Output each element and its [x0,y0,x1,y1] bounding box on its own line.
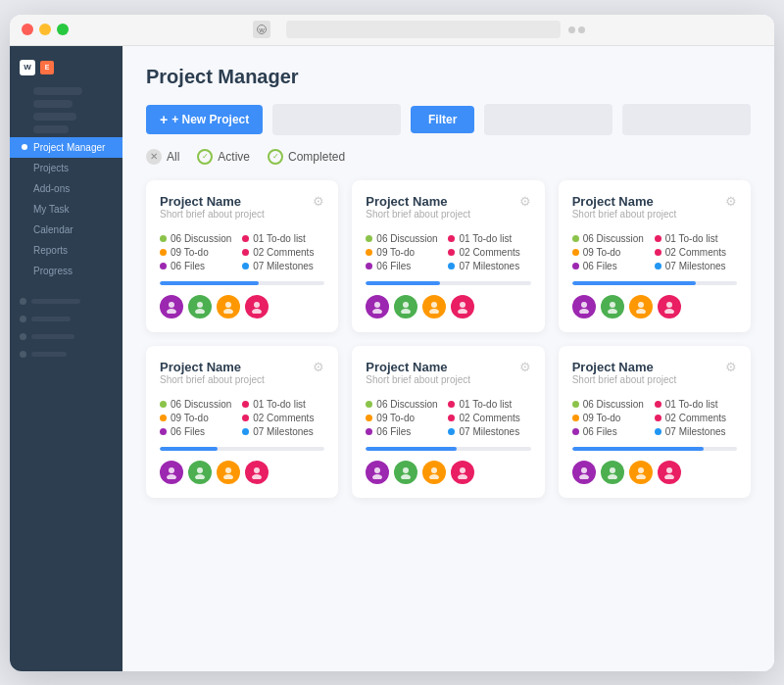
sidebar-spacer6 [22,268,27,273]
title-bar-center: W [74,21,762,38]
gear-icon[interactable]: ⚙ [725,194,737,209]
active-tab-label: Active [218,150,250,164]
gear-icon[interactable]: ⚙ [519,194,531,209]
svg-point-18 [581,302,587,308]
stat-item: 09 To-do [160,413,242,423]
svg-point-21 [608,309,617,314]
progress-bar-container [572,281,737,285]
sidebar-item-reports[interactable]: Reports [10,240,122,261]
gear-icon[interactable]: ⚙ [313,194,324,209]
svg-point-48 [666,467,672,473]
erp-logo-icon: E [40,61,54,74]
stat-item: 06 Discussion [160,399,242,410]
svg-point-49 [664,474,674,479]
stat-label: 01 To-do list [459,233,512,244]
svg-point-13 [401,309,411,314]
stat-dot [572,263,579,269]
project-stats: 06 Discussion 01 To-do list 09 To-do 02 … [366,399,530,437]
sidebar-bottom-item-4 [10,348,122,361]
bottom-line-3 [31,334,74,339]
progress-bar-fill [160,281,259,285]
stat-item: 02 Comments [448,413,530,423]
search-input[interactable] [272,104,401,135]
sidebar-item-project-manager[interactable]: Project Manager [10,137,122,158]
stat-dot [448,249,455,256]
stat-item: 09 To-do [572,247,655,258]
project-card-title: Project Name [366,360,470,374]
stat-dot [366,249,372,256]
sidebar-top-lines [10,87,122,133]
new-project-label: + New Project [172,113,249,126]
filter-tab-completed[interactable]: ✓ Completed [268,149,345,165]
project-card-header: Project Name Short brief about project ⚙ [366,360,530,395]
project-card-header: Project Name Short brief about project ⚙ [160,194,324,229]
stat-item: 02 Comments [655,247,737,258]
avatar [160,295,183,318]
svg-point-23 [636,309,646,314]
stat-label: 01 To-do list [665,399,718,410]
svg-point-40 [460,467,466,473]
svg-point-2 [169,302,174,308]
svg-point-10 [374,302,380,308]
dot2 [578,26,585,33]
stat-dot [242,415,249,421]
stat-item: 09 To-do [572,413,655,423]
stat-dot [655,249,662,256]
maximize-button[interactable] [57,24,69,35]
progress-bar-fill [572,447,705,451]
svg-point-9 [252,309,262,314]
sidebar-line-4 [33,125,69,133]
stat-item: 06 Discussion [366,233,448,244]
title-bar-controls [568,26,585,33]
sidebar-item-mytask[interactable]: My Task [10,199,122,220]
progress-bar-fill [366,447,457,451]
sidebar-item-projects[interactable]: Projects [10,158,122,178]
stat-label: 06 Files [376,426,411,437]
new-project-button[interactable]: + + New Project [146,105,263,134]
sidebar-item-progress[interactable]: Progress [10,261,122,281]
avatar [366,461,389,484]
gear-icon[interactable]: ⚙ [313,360,324,374]
avatar [422,295,446,318]
stat-dot [366,401,372,408]
project-title-group: Project Name Short brief about project [160,360,265,395]
project-card-brief: Short brief about project [366,209,470,220]
stat-dot [242,428,249,435]
svg-point-11 [372,309,382,314]
sidebar-item-addons[interactable]: Add-ons [10,178,122,199]
avatar-row [366,295,530,318]
url-bar[interactable] [286,21,561,38]
sidebar-item-calendar[interactable]: Calendar [10,220,122,240]
svg-point-16 [460,302,466,308]
content-inner: Project Manager + + New Project Filter [122,46,774,671]
gear-icon[interactable]: ⚙ [519,360,531,374]
svg-point-22 [638,302,644,308]
minimize-button[interactable] [39,24,51,35]
filter-button[interactable]: Filter [411,106,474,133]
all-tab-icon: ✕ [146,149,162,165]
svg-point-38 [431,467,437,473]
gear-icon[interactable]: ⚙ [725,360,737,374]
sidebar-header: W E [10,58,122,83]
stat-item: 01 To-do list [448,233,530,244]
stat-dot [160,235,167,242]
stat-label: 07 Milestones [665,426,726,437]
project-card: Project Name Short brief about project ⚙… [559,180,751,332]
stat-dot [366,235,372,242]
sidebar-spacer [22,165,27,171]
svg-point-37 [401,474,411,479]
stat-label: 09 To-do [171,247,209,258]
stat-label: 01 To-do list [253,399,306,410]
svg-point-36 [403,467,409,473]
filter-tab-active[interactable]: ✓ Active [197,149,250,165]
stat-item: 01 To-do list [448,399,530,410]
svg-point-34 [374,467,380,473]
stat-label: 02 Comments [253,413,314,423]
stat-label: 09 To-do [171,413,209,423]
bottom-line-4 [31,352,67,357]
project-card-header: Project Name Short brief about project ⚙ [572,194,737,229]
sidebar-bottom-item-2 [10,313,122,325]
filter-tab-all[interactable]: ✕ All [146,149,179,165]
stat-dot [655,235,662,242]
close-button[interactable] [22,24,33,35]
